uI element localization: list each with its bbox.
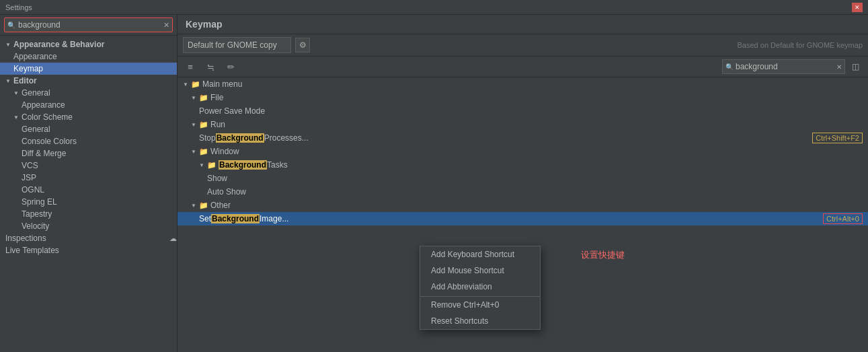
ct-auto-show[interactable]: Auto Show	[177, 185, 868, 199]
content-area: Keymap Default for GNOME copy ⚙ Based on…	[177, 15, 868, 352]
shortcut-badge-red: Ctrl+Alt+0	[823, 213, 863, 224]
ct-label-post: Tasks	[267, 160, 288, 170]
sidebar-item-tapestry[interactable]: Tapestry	[0, 208, 177, 220]
sidebar-item-keymap[interactable]: Keymap	[0, 63, 177, 75]
ct-window[interactable]: 📁 Window	[177, 145, 868, 158]
ct-label: Auto Show	[207, 187, 246, 197]
ct-label: Main menu	[202, 79, 242, 89]
sidebar-label: Spring EL	[22, 197, 57, 207]
ct-label: Run	[210, 120, 225, 129]
sidebar-item-ognl[interactable]: OGNL	[0, 184, 177, 196]
sidebar-item-spring-el[interactable]: Spring EL	[0, 196, 177, 208]
ct-stop-bg[interactable]: Stop Background Processes... Ctrl+Shift+…	[177, 131, 868, 145]
sidebar-search-wrapper: 🔍 ✕	[4, 17, 173, 32]
sidebar-item-appearance-behavior[interactable]: Appearance & Behavior	[0, 38, 177, 50]
title-text: Settings	[5, 3, 32, 11]
ct-label: Show	[207, 174, 227, 183]
ct-label: Window	[210, 147, 239, 156]
context-menu-item-add-abbrev[interactable]: Add Abbreviation	[420, 279, 540, 295]
triangle-icon	[13, 90, 20, 96]
context-menu-label: Remove Ctrl+Alt+0	[431, 300, 499, 310]
based-on-text: Based on Default for GNOME keymap	[738, 41, 863, 49]
sidebar-label: Editor	[13, 76, 37, 85]
sidebar-label: Tapestry	[22, 209, 52, 219]
expand-selected-button[interactable]: ≒	[203, 59, 218, 74]
sidebar-item-appearance-sub[interactable]: Appearance	[0, 99, 177, 111]
sidebar-item-console-colors[interactable]: Console Colors	[0, 135, 177, 147]
find-usages-button[interactable]: ◫	[848, 59, 863, 74]
gear-icon: ⚙	[299, 40, 307, 50]
inspections-icon: ☁	[169, 234, 177, 243]
search-right-wrapper: 🔍 ✕ ◫	[722, 59, 863, 74]
ct-file[interactable]: 📁 File	[177, 91, 868, 104]
sidebar-label: General	[22, 88, 50, 98]
close-button[interactable]: ✕	[852, 3, 863, 12]
collapse-all-button[interactable]: ≡	[183, 59, 198, 74]
sidebar-label: Appearance	[22, 100, 65, 110]
sidebar-item-jsp[interactable]: JSP	[0, 172, 177, 184]
ct-label-post: Image...	[260, 214, 288, 223]
context-menu-item-add-keyboard[interactable]: Add Keyboard Shortcut	[420, 246, 540, 262]
sidebar-search-clear[interactable]: ✕	[163, 21, 169, 30]
sidebar-item-live-templates[interactable]: Live Templates	[0, 244, 177, 256]
sidebar-search-bar: 🔍 ✕	[0, 15, 177, 36]
sidebar-label: Velocity	[22, 221, 49, 231]
sidebar-item-general-cs[interactable]: General	[0, 123, 177, 135]
triangle-icon	[199, 162, 206, 168]
search-right-input-wrapper: 🔍 ✕	[722, 59, 845, 74]
keymap-toolbar: Default for GNOME copy ⚙ Based on Defaul…	[177, 34, 868, 57]
shortcut-badge: Ctrl+Shift+F2	[812, 133, 863, 143]
triangle-icon	[191, 203, 198, 209]
triangle-icon	[191, 149, 198, 155]
ct-bg-tasks[interactable]: 📁 Background Tasks	[177, 158, 868, 172]
keymap-gear-button[interactable]: ⚙	[295, 38, 310, 52]
sidebar-label: Color Scheme	[22, 112, 73, 122]
keymap-select[interactable]: Default for GNOME copy	[183, 37, 291, 53]
find-usages-icon: ◫	[852, 62, 859, 71]
ct-label-highlight: Background	[211, 214, 260, 223]
ct-other[interactable]: 📁 Other	[177, 199, 868, 212]
ct-power-save[interactable]: Power Save Mode	[177, 104, 868, 118]
folder-icon: 📁	[191, 80, 200, 89]
sidebar-label: Diff & Merge	[22, 149, 66, 158]
sidebar-item-inspections[interactable]: Inspections ☁	[0, 232, 177, 244]
sidebar-label: JSP	[22, 173, 36, 182]
ct-label-pre: Stop	[199, 133, 216, 143]
close-icon: ✕	[855, 4, 860, 11]
ct-label: Other	[210, 201, 231, 210]
sidebar-search-input[interactable]	[18, 20, 163, 30]
sidebar-label: Console Colors	[22, 137, 77, 146]
sidebar-item-color-scheme[interactable]: Color Scheme	[0, 111, 177, 123]
search-right-input[interactable]	[736, 62, 836, 71]
ct-label: File	[210, 93, 223, 102]
triangle-icon	[5, 78, 12, 84]
edit-button[interactable]: ✏	[223, 59, 238, 74]
triangle-icon	[183, 81, 190, 87]
sidebar-label: VCS	[22, 161, 38, 170]
folder-icon: 📁	[199, 94, 208, 102]
edit-icon: ✏	[227, 62, 235, 72]
ct-set-bg[interactable]: Set Background Image... Ctrl+Alt+0	[177, 212, 868, 225]
context-menu-item-add-mouse[interactable]: Add Mouse Shortcut	[420, 262, 540, 279]
sidebar-label: Keymap	[13, 64, 43, 73]
context-menu-item-remove-ctrl[interactable]: Remove Ctrl+Alt+0	[420, 296, 540, 313]
context-menu-item-reset[interactable]: Reset Shortcuts	[420, 313, 540, 329]
sidebar-item-velocity[interactable]: Velocity	[0, 220, 177, 232]
sidebar-item-vcs[interactable]: VCS	[0, 160, 177, 172]
ct-show[interactable]: Show	[177, 172, 868, 185]
search-right-clear[interactable]: ✕	[836, 63, 842, 71]
sidebar-item-general[interactable]: General	[0, 87, 177, 99]
triangle-icon	[191, 95, 198, 101]
ct-label-post: Processes...	[264, 133, 309, 143]
keymap-actions-bar: ≡ ≒ ✏ 🔍 ✕ ◫	[177, 57, 868, 77]
ct-main-menu[interactable]: 📁 Main menu	[177, 77, 868, 91]
ct-label-highlight: Background	[219, 160, 267, 170]
sidebar-item-appearance[interactable]: Appearance	[0, 50, 177, 63]
sidebar-item-editor[interactable]: Editor	[0, 75, 177, 87]
ct-run[interactable]: 📁 Run	[177, 118, 868, 131]
folder-icon: 📁	[207, 161, 216, 170]
keymap-select-wrapper: Default for GNOME copy	[183, 37, 291, 53]
expand-selected-icon: ≒	[207, 62, 214, 72]
context-menu: Add Keyboard Shortcut Add Mouse Shortcut…	[420, 246, 541, 330]
sidebar-item-diff-merge[interactable]: Diff & Merge	[0, 147, 177, 160]
